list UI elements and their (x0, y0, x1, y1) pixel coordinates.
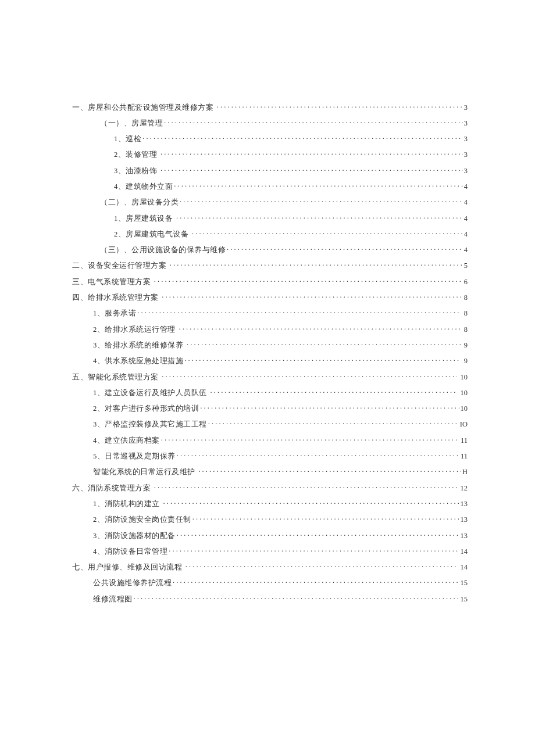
toc-entry[interactable]: 智能化系统的日常运行及维护 H (72, 467, 468, 478)
toc-entry-label: 公共设施维修养护流程 (93, 578, 172, 588)
toc-entry-page: 10 (458, 389, 468, 397)
toc-leader-dots (192, 229, 463, 237)
toc-entry[interactable]: 3、油漆粉饰 3 (72, 166, 468, 176)
toc-entry-label: 5、日常巡视及定期保养 (93, 452, 176, 461)
toc-leader-dots (134, 594, 459, 601)
toc-entry-page: 4 (464, 182, 468, 191)
toc-leader-dots (177, 452, 458, 459)
toc-leader-dots (184, 356, 461, 364)
toc-leader-dots (208, 420, 459, 427)
toc-entry[interactable]: 2、对客户进行多种形式的培训10 (72, 404, 468, 414)
toc-entry-label: 六、消防系统管理方案 (72, 483, 153, 493)
toc-entry[interactable]: 5、日常巡视及定期保养 11 (72, 452, 468, 462)
toc-entry[interactable]: 1、建立设备运行及维护人员队伍 10 (72, 388, 468, 398)
toc-leader-dots (169, 546, 459, 554)
toc-leader-dots (187, 340, 461, 347)
toc-entry-page: 4 (464, 230, 468, 239)
toc-leader-dots (176, 213, 463, 221)
toc-entry-label: 1、房屋建筑设备 (114, 214, 175, 224)
toc-entry-label: 智能化系统的日常运行及维护 (93, 467, 197, 477)
toc-entry-label: 一、房屋和公共配套设施管理及维修方案 (72, 103, 216, 113)
toc-entry-page: 8 (462, 325, 468, 334)
toc-leader-dots (173, 578, 459, 586)
toc-entry[interactable]: 一、房屋和公共配套设施管理及维修方案 3 (72, 102, 468, 113)
toc-entry-label: 2、对客户进行多种形式的培训 (93, 404, 199, 414)
toc-entry-label: 3、给排水系统的维修保养 (93, 341, 186, 350)
toc-leader-dots (192, 515, 459, 522)
toc-leader-dots (164, 118, 463, 126)
toc-entry[interactable]: 3、给排水系统的维修保养 9 (72, 340, 468, 350)
toc-leader-dots (154, 483, 458, 490)
toc-entry[interactable]: 2、房屋建筑电气设备 4 (72, 229, 468, 239)
toc-entry-label: （一）、房屋管理 (100, 119, 163, 128)
toc-entry-page: 3 (464, 135, 468, 144)
toc-entry[interactable]: 五、智能化系统管理方案 10 (72, 372, 468, 382)
toc-entry-page: 11 (459, 436, 468, 445)
toc-entry[interactable]: 四、给排水系统管理方案 8 (72, 293, 468, 303)
toc-entry-page: 14 (458, 563, 468, 572)
toc-entry-page: 4 (464, 198, 468, 207)
toc-entry[interactable]: 2、装修管理 3 (72, 150, 468, 160)
toc-entry[interactable]: （三）、公用设施设备的保养与维修4 (72, 245, 468, 256)
toc-entry-label: 4、建立供应商档案 (93, 436, 160, 446)
toc-leader-dots (198, 467, 461, 475)
toc-entry-label: 3、严格监控装修及其它施工工程 (93, 420, 207, 429)
toc-entry[interactable]: 1、巡检3 (72, 134, 468, 145)
toc-entry-page: 15 (461, 579, 468, 587)
toc-leader-dots (180, 198, 463, 205)
toc-entry-label: 五、智能化系统管理方案 (72, 372, 160, 382)
toc-entry-page: 6 (462, 278, 468, 286)
toc-entry[interactable]: 1、房屋建筑设备 4 (72, 213, 468, 224)
toc-leader-dots (186, 562, 458, 570)
toc-entry[interactable]: 六、消防系统管理方案 12 (72, 483, 468, 493)
toc-entry[interactable]: 1、消防机构的建立 13 (72, 499, 468, 509)
toc-entry[interactable]: 3、严格监控装修及其它施工工程IO (72, 420, 468, 430)
toc-entry-label: 二、设备安全运行管理方案 (72, 261, 169, 271)
toc-leader-dots (162, 372, 457, 379)
toc-entry[interactable]: （二）、房屋设备分类4 (72, 198, 468, 208)
toc-leader-dots (160, 150, 463, 157)
toc-entry[interactable]: 1、服务承诺 8 (72, 309, 468, 319)
toc-entry[interactable]: 二、设备安全运行管理方案 5 (72, 261, 468, 271)
toc-entry-label: 1、建立设备运行及维护人员队伍 (93, 388, 209, 398)
toc-entry-label: 2、装修管理 (114, 150, 159, 160)
toc-entry-page: 12 (458, 484, 468, 493)
toc-leader-dots (179, 324, 461, 332)
toc-entry[interactable]: 3、消防设施器材的配备13 (72, 531, 468, 541)
toc-leader-dots (200, 404, 459, 411)
toc-entry[interactable]: 4、消防设备日常管理14 (72, 546, 468, 557)
toc-entry-label: （二）、房屋设备分类 (100, 198, 179, 207)
toc-entry-page: 8 (462, 293, 468, 302)
toc-entry[interactable]: 2、给排水系统运行管理 8 (72, 324, 468, 335)
toc-entry-page: 13 (461, 532, 468, 540)
toc-entry-label: 1、消防机构的建立 (93, 499, 162, 509)
toc-entry-label: 3、消防设施器材的配备 (93, 531, 176, 541)
toc-entry[interactable]: 4、建立供应商档案 11 (72, 435, 468, 446)
toc-leader-dots (210, 388, 457, 395)
toc-entry-page: IO (460, 420, 468, 429)
toc-leader-dots (161, 435, 458, 443)
toc-entry-page: 10 (461, 404, 468, 413)
toc-leader-dots (163, 499, 459, 506)
toc-entry-label: （三）、公用设施设备的保养与维修 (100, 245, 226, 255)
toc-entry-page: 11 (459, 452, 468, 461)
toc-entry-page: 8 (462, 309, 468, 318)
toc-entry-page: 3 (464, 151, 468, 159)
toc-entry[interactable]: 4、供水系统应急处理措施 9 (72, 356, 468, 367)
toc-entry-page: 3 (464, 119, 468, 128)
toc-entry-label: 1、巡检 (114, 134, 141, 144)
toc-entry-page: 4 (464, 246, 468, 255)
toc-entry[interactable]: 七、用户报修、维修及回访流程 14 (72, 562, 468, 573)
toc-entry[interactable]: 维修流程图15 (72, 594, 468, 604)
toc-entry[interactable]: 2、消防设施安全岗位责任制13 (72, 515, 468, 525)
toc-entry[interactable]: 公共设施维修养护流程15 (72, 578, 468, 589)
toc-entry-label: 2、房屋建筑电气设备 (114, 230, 191, 239)
toc-entry[interactable]: 三、电气系统管理方案 6 (72, 277, 468, 287)
toc-entry[interactable]: （一）、房屋管理3 (72, 118, 468, 128)
toc-entry-label: 三、电气系统管理方案 (72, 277, 153, 287)
table-of-contents: 一、房屋和公共配套设施管理及维修方案 3（一）、房屋管理31、巡检32、装修管理… (72, 102, 468, 610)
toc-entry-label: 1、服务承诺 (93, 309, 136, 318)
toc-entry-page: 4 (464, 214, 468, 223)
toc-entry[interactable]: 4、建筑物外立面4 (72, 181, 468, 192)
toc-entry-label: 2、消防设施安全岗位责任制 (93, 515, 191, 525)
